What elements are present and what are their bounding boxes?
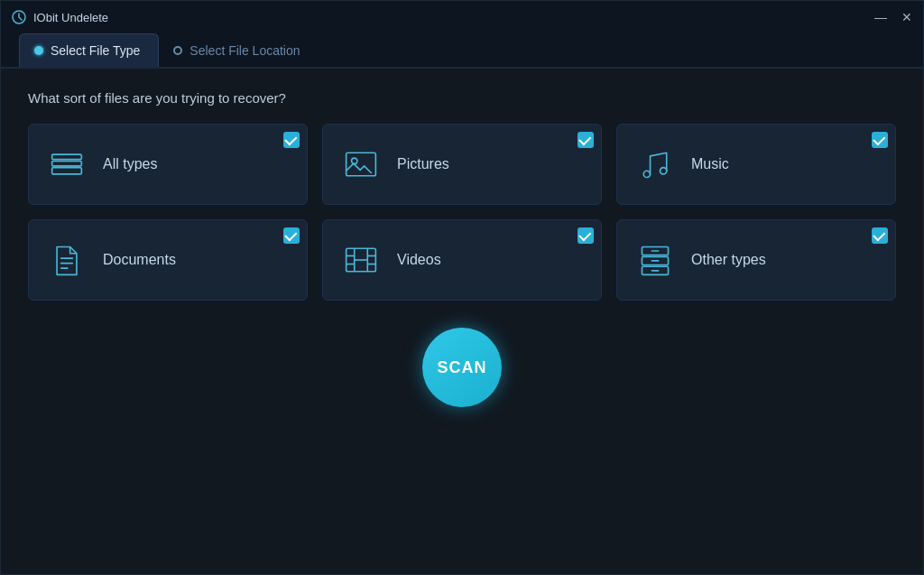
check-all-types [283, 132, 300, 148]
tab-dot-inactive [173, 46, 182, 55]
svg-point-5 [352, 158, 357, 163]
tab-dot-active [34, 46, 43, 55]
music-icon [635, 146, 675, 182]
card-music[interactable]: Music [616, 124, 896, 205]
card-pictures-label: Pictures [397, 156, 449, 172]
title-bar: IObit Undelete — ✕ [1, 1, 923, 33]
svg-point-6 [643, 171, 650, 177]
svg-rect-3 [52, 168, 82, 174]
card-other-types[interactable]: Other types [616, 219, 896, 301]
card-other-types-label: Other types [691, 252, 766, 268]
card-documents[interactable]: Documents [28, 219, 308, 301]
check-pictures [578, 132, 594, 148]
card-documents-label: Documents [103, 252, 176, 268]
folder-stack-icon [47, 146, 87, 182]
video-icon [341, 242, 381, 278]
tab-select-file-type[interactable]: Select File Type [19, 33, 159, 67]
svg-point-7 [660, 168, 666, 174]
scan-button[interactable]: SCAN [422, 328, 502, 407]
card-videos[interactable]: Videos [322, 219, 602, 301]
svg-rect-1 [52, 154, 82, 159]
tab-bar: Select File Type Select File Location [1, 33, 923, 69]
card-all-types-label: All types [103, 156, 157, 172]
document-icon [47, 242, 87, 278]
tab-select-file-location[interactable]: Select File Location [159, 34, 318, 67]
tab-file-type-label: Select File Type [51, 43, 140, 58]
window-controls: — ✕ [874, 11, 912, 23]
minimize-button[interactable]: — [874, 11, 887, 23]
scan-area: SCAN [28, 319, 896, 416]
subtitle-text: What sort of files are you trying to rec… [28, 90, 896, 106]
card-music-label: Music [691, 156, 729, 172]
check-videos [578, 227, 594, 244]
cabinet-icon [635, 242, 675, 278]
tab-file-location-label: Select File Location [189, 43, 300, 58]
file-type-grid: All types Pictures [28, 124, 896, 301]
title-bar-left: IObit Undelete [12, 10, 108, 24]
svg-rect-2 [52, 161, 82, 165]
check-other-types [872, 227, 888, 244]
check-documents [283, 227, 300, 244]
check-music [872, 132, 888, 148]
card-videos-label: Videos [397, 252, 441, 268]
app-icon [12, 10, 26, 24]
image-icon [341, 146, 381, 182]
content-area: What sort of files are you trying to rec… [1, 69, 923, 574]
card-pictures[interactable]: Pictures [322, 124, 602, 205]
app-title: IObit Undelete [33, 11, 108, 24]
close-button[interactable]: ✕ [901, 11, 912, 23]
card-all-types[interactable]: All types [28, 124, 308, 205]
main-window: IObit Undelete — ✕ Select File Type Sele… [0, 0, 924, 575]
